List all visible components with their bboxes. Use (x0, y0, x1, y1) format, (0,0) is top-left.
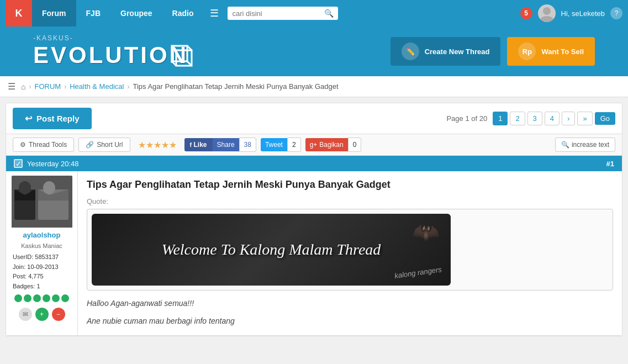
pagination: Page 1 of 20 1 2 3 4 › » Go (446, 112, 615, 125)
sidebar-toggle-icon[interactable]: ☰ (6, 79, 18, 94)
svg-point-1 (540, 16, 553, 22)
gear-icon: ⚙ (20, 141, 26, 149)
search-input[interactable] (232, 9, 324, 18)
go-button[interactable]: Go (595, 112, 615, 125)
increase-text-button[interactable]: 🔍 increase text (555, 138, 615, 152)
post-timestamp: Yesterday 20:48 (27, 160, 78, 168)
post-sidebar: aylaolshop Kaskus Maniac UserID: 5853137… (6, 171, 78, 335)
post-body: Tips Agar Penglihatan Tetap Jernih Meski… (78, 171, 622, 335)
nav-right: 5 Hi, seLeketeb ? (520, 4, 623, 22)
post-text-2: Ane nubie cuman mau berbagi info tentang (87, 315, 613, 327)
facebook-icon: f (190, 141, 192, 148)
want-to-sell-button[interactable]: Rp Want To Sell (507, 37, 595, 66)
badge-5 (52, 294, 60, 302)
quote-label: Quote: (87, 197, 613, 205)
ts-left: ✓ Yesterday 20:48 (14, 159, 78, 168)
post-area: aylaolshop Kaskus Maniac UserID: 5853137… (6, 171, 622, 336)
tweet-button[interactable]: Tweet (261, 138, 287, 151)
create-thread-button[interactable]: ✏️ Create New Thread (390, 37, 501, 66)
page-3-button[interactable]: 3 (527, 112, 542, 125)
username-label: Hi, seLeketeb (561, 9, 605, 18)
facebook-widget: f Like Share 38 (184, 138, 256, 152)
top-nav: K Forum FJB Groupee Radio ☰ 🔍 5 Hi, seLe… (0, 0, 628, 27)
magnify-icon: 🔍 (561, 141, 569, 149)
page-1-button[interactable]: 1 (493, 112, 508, 125)
user-avatar (12, 178, 72, 228)
kalong-tag: kalong rangers (394, 265, 442, 280)
facebook-like-button[interactable]: f Like (184, 138, 213, 151)
nav-fjb[interactable]: FJB (76, 0, 110, 27)
minus-action-icon[interactable]: − (52, 308, 65, 321)
search-icon[interactable]: 🔍 (324, 9, 334, 18)
page-2-button[interactable]: 2 (510, 112, 525, 125)
breadcrumb-current: Tips Agar Penglihatan Tetap Jernih Meski… (133, 82, 338, 91)
sep2: › (64, 83, 66, 91)
post-reply-button[interactable]: ↩ Post Reply (13, 108, 92, 129)
badge-3 (33, 294, 41, 302)
breadcrumb-forum[interactable]: FORUM (34, 82, 61, 91)
sell-icon: Rp (518, 43, 536, 60)
hamburger-icon[interactable]: ☰ (203, 0, 225, 27)
welcome-banner: 🦇 Welcome To Kalong Malam Thread kalong … (92, 214, 451, 286)
post-timestamp-bar: ✓ Yesterday 20:48 #1 (6, 156, 622, 171)
link-icon: 🔗 (86, 141, 94, 149)
short-url-button[interactable]: 🔗 Short Url (78, 138, 130, 152)
nav-radio[interactable]: Radio (162, 0, 204, 27)
home-icon[interactable]: ⌂ (21, 82, 25, 91)
post-text-1: Halloo Agan-aganwati semua!!! (87, 297, 613, 309)
page-4-button[interactable]: 4 (545, 112, 560, 125)
sep3: › (127, 83, 129, 91)
user-role: Kaskus Maniac (21, 242, 62, 249)
badge-1 (14, 294, 22, 302)
twitter-widget: Tweet 2 (261, 138, 301, 152)
main-area: ↩ Post Reply Page 1 of 20 1 2 3 4 › » Go… (0, 97, 628, 342)
kaskus-logo[interactable]: K (6, 0, 32, 27)
badge-2 (24, 294, 31, 302)
tweet-count: 2 (287, 138, 301, 152)
breadcrumb: ☰ ⌂ › FORUM › Health & Medical › Tips Ag… (0, 76, 628, 97)
banner-buttons: ✏️ Create New Thread Rp Want To Sell (390, 37, 595, 66)
user-badges (14, 294, 69, 302)
avatar[interactable] (538, 4, 556, 22)
create-thread-icon: ✏️ (402, 43, 419, 60)
user-actions: ✉ + − (19, 308, 65, 321)
svg-point-12 (43, 181, 55, 194)
page-label: Page 1 of 20 (446, 114, 487, 123)
gplus-icon: g+ (310, 141, 318, 149)
reply-arrow-icon: ↩ (25, 113, 32, 124)
facebook-share-button[interactable]: Share (213, 138, 239, 151)
username[interactable]: aylaolshop (23, 231, 61, 239)
post-checkbox[interactable]: ✓ (14, 159, 23, 168)
quote-box: 🦇 Welcome To Kalong Malam Thread kalong … (87, 209, 613, 291)
post-reply-bar: ↩ Post Reply Page 1 of 20 1 2 3 4 › » Go (6, 103, 622, 134)
breadcrumb-health[interactable]: Health & Medical (70, 82, 124, 91)
welcome-text: Welcome To Kalong Malam Thread (162, 241, 381, 259)
svg-point-0 (543, 7, 551, 15)
post-title: Tips Agar Penglihatan Tetap Jernih Meski… (87, 179, 613, 191)
facebook-share-count: 38 (239, 138, 256, 152)
help-icon[interactable]: ? (610, 7, 622, 19)
bat-icon: 🦇 (412, 219, 440, 245)
bagikan-button[interactable]: g+ Bagikan (305, 138, 348, 151)
post-number: #1 (606, 160, 614, 168)
sep1: › (29, 83, 31, 91)
svg-point-9 (19, 181, 31, 194)
thread-container: ↩ Post Reply Page 1 of 20 1 2 3 4 › » Go… (6, 103, 622, 336)
badge-4 (43, 294, 50, 302)
bagikan-count: 0 (348, 138, 362, 152)
nav-forum[interactable]: Forum (32, 0, 76, 27)
notification-badge[interactable]: 5 (520, 7, 532, 19)
banner-logo: -KASKUS- EVOLUTION (33, 34, 188, 68)
plus-action-icon[interactable]: + (35, 308, 49, 321)
last-page-button[interactable]: » (577, 112, 592, 125)
search-box: 🔍 (228, 7, 338, 20)
badge-6 (61, 294, 69, 302)
user-info: UserID: 5853137 Join: 10-09-2013 Post: 4… (13, 252, 71, 291)
next-page-button[interactable]: › (562, 112, 575, 125)
thread-tools-button[interactable]: ⚙ Thread Tools (13, 138, 74, 152)
banner: -KASKUS- EVOLUTION ✏️ Create New Thread … (0, 27, 628, 76)
rating-stars[interactable]: ★★★★★ (138, 140, 177, 150)
thread-tools-bar: ⚙ Thread Tools 🔗 Short Url ★★★★★ f Like … (6, 134, 622, 156)
message-action-icon[interactable]: ✉ (19, 308, 32, 321)
nav-groupee[interactable]: Groupee (110, 0, 162, 27)
